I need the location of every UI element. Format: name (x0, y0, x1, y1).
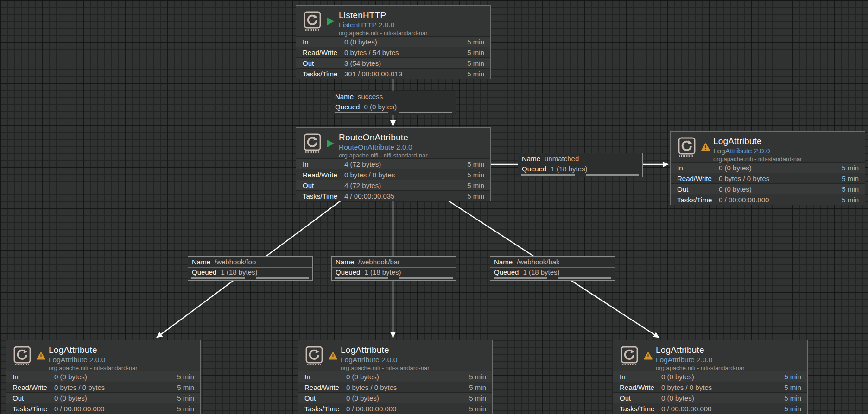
connection-webhook-foo[interactable]: Name /webhook/foo Queued 1 (18 bytes) (188, 256, 313, 281)
stat-value: 3 (54 bytes) (344, 59, 467, 67)
stat-row-in: In 0 (0 bytes) 5 min (671, 163, 865, 173)
stat-time-window: 5 min (467, 192, 490, 200)
processor-bundle: org.apache.nifi - nifi-standard-nar (713, 155, 802, 163)
stat-value: 0 (0 bytes) (719, 164, 842, 172)
connection-queued-value: 1 (18 bytes) (523, 268, 559, 276)
stat-value: 301 / 00:00:00.013 (344, 70, 467, 78)
connection-success[interactable]: Name success Queued 0 (0 bytes) (331, 91, 456, 115)
stat-label: Read/Write (298, 383, 346, 391)
processor-route-on-attribute[interactable]: RouteOnAttribute RouteOnAttribute 2.0.0 … (296, 127, 491, 201)
stat-row-read-write: Read/Write 0 bytes / 0 bytes 5 min (6, 382, 200, 392)
stat-time-window: 5 min (469, 383, 492, 391)
stat-label: In (613, 373, 661, 381)
stat-time-window: 5 min (784, 394, 807, 402)
stat-label: In (671, 164, 719, 172)
stat-label: Read/Write (6, 383, 54, 391)
queue-size-indicator (399, 112, 452, 113)
stat-row-in: In 0 (0 bytes) 5 min (296, 37, 490, 47)
connection-queued-key: Queued (336, 268, 360, 276)
connection-name-key: Name (336, 258, 354, 266)
processor-bundle: org.apache.nifi - nifi-standard-nar (341, 364, 430, 372)
connection-unmatched[interactable]: Name unmatched Queued 1 (18 bytes) (518, 153, 643, 177)
queue-size-indicator (558, 277, 611, 279)
processor-header: ListenHTTP ListenHTTP 2.0.0 org.apache.n… (296, 6, 490, 36)
connection-name-key: Name (335, 93, 354, 100)
stat-time-window: 5 min (467, 49, 490, 56)
stat-label: Tasks/Time (613, 405, 661, 413)
processor-bundle: org.apache.nifi - nifi-standard-nar (339, 151, 428, 159)
processor-log-attribute-right[interactable]: LogAttribute LogAttribute 2.0.0 org.apac… (670, 131, 865, 205)
connection-name-value: success (358, 93, 383, 100)
processor-log-attribute-bottom-left[interactable]: LogAttribute LogAttribute 2.0.0 org.apac… (6, 340, 201, 414)
stat-row-in: In 0 (0 bytes) 5 min (613, 371, 807, 382)
processor-listen-http[interactable]: ListenHTTP ListenHTTP 2.0.0 org.apache.n… (296, 5, 491, 79)
stat-row-out: Out 4 (72 bytes) 5 min (296, 180, 490, 190)
processor-log-attribute-bottom-right[interactable]: LogAttribute LogAttribute 2.0.0 org.apac… (613, 340, 808, 414)
stat-label: Tasks/Time (671, 196, 719, 204)
connection-name-row: Name /webhook/bak (490, 257, 615, 267)
connection-queued-row: Queued 1 (18 bytes) (490, 267, 615, 280)
processor-stats: In 0 (0 bytes) 5 min Read/Write 0 bytes … (671, 162, 865, 205)
processor-stats: In 0 (0 bytes) 5 min Read/Write 0 bytes … (6, 371, 200, 414)
processor-name: ListenHTTP (339, 10, 428, 20)
processor-stamp-icon (302, 10, 323, 32)
processor-name: LogAttribute (713, 136, 802, 146)
stat-row-out: Out 0 (0 bytes) 5 min (298, 392, 492, 403)
warning-status-icon (37, 352, 45, 360)
stat-value: 4 (72 bytes) (344, 182, 467, 189)
stat-time-window: 5 min (467, 38, 490, 46)
connection-name-value: /webhook/bar (358, 258, 400, 266)
stat-time-window: 5 min (467, 171, 490, 179)
processor-bundle: org.apache.nifi - nifi-standard-nar (49, 364, 138, 372)
stat-value: 0 (0 bytes) (346, 373, 469, 381)
stat-label: Out (296, 182, 344, 189)
processor-header: RouteOnAttribute RouteOnAttribute 2.0.0 … (296, 128, 490, 158)
queue-count-indicator (335, 112, 388, 113)
processor-header: LogAttribute LogAttribute 2.0.0 org.apac… (6, 340, 200, 371)
processor-header: LogAttribute LogAttribute 2.0.0 org.apac… (298, 340, 492, 371)
stat-row-tasks-time: Tasks/Time 0 / 00:00:00.000 5 min (613, 403, 807, 414)
processor-stamp-icon (619, 345, 640, 367)
stat-time-window: 5 min (784, 405, 807, 413)
stat-row-tasks-time: Tasks/Time 4 / 00:00:00.035 5 min (296, 190, 490, 201)
queue-size-indicator (586, 174, 639, 176)
stat-row-tasks-time: Tasks/Time 0 / 00:00:00.000 5 min (671, 194, 865, 205)
stat-value: 0 / 00:00:00.000 (661, 405, 784, 413)
stat-time-window: 5 min (467, 182, 490, 189)
connection-webhook-bar[interactable]: Name /webhook/bar Queued 1 (18 bytes) (331, 256, 456, 281)
stat-label: Out (671, 185, 719, 193)
stat-row-in: In 0 (0 bytes) 5 min (6, 371, 200, 382)
queue-count-indicator (335, 277, 388, 279)
processor-stamp-icon (676, 136, 697, 158)
processor-name: RouteOnAttribute (339, 132, 428, 143)
stat-row-read-write: Read/Write 0 bytes / 0 bytes 5 min (298, 382, 492, 392)
connection-webhook-bak[interactable]: Name /webhook/bak Queued 1 (18 bytes) (490, 256, 615, 281)
stat-row-tasks-time: Tasks/Time 0 / 00:00:00.000 5 min (298, 403, 492, 414)
stat-value: 4 / 00:00:00.035 (344, 192, 467, 200)
queue-count-indicator (521, 174, 575, 176)
processor-name: LogAttribute (341, 345, 430, 355)
stat-value: 0 bytes / 0 bytes (661, 383, 784, 391)
connection-queued-row: Queued 0 (0 bytes) (331, 102, 456, 115)
processor-header: LogAttribute LogAttribute 2.0.0 org.apac… (613, 340, 807, 371)
processor-stats: In 4 (72 bytes) 5 min Read/Write 0 bytes… (296, 158, 490, 201)
processor-name: LogAttribute (49, 345, 138, 355)
stat-label: In (298, 373, 346, 381)
stat-label: Out (298, 394, 346, 402)
processor-log-attribute-bottom-center[interactable]: LogAttribute LogAttribute 2.0.0 org.apac… (298, 340, 493, 414)
warning-status-icon (329, 352, 337, 360)
stat-time-window: 5 min (177, 394, 200, 402)
stat-time-window: 5 min (469, 394, 492, 402)
processor-version: ListenHTTP 2.0.0 (339, 20, 428, 29)
connection-queued-row: Queued 1 (18 bytes) (188, 267, 312, 280)
queue-count-indicator (494, 277, 547, 279)
connection-name-value: unmatched (545, 155, 579, 163)
processor-stamp-icon (304, 345, 325, 367)
stat-label: In (6, 373, 54, 381)
stat-value: 0 (0 bytes) (661, 394, 784, 402)
connection-name-row: Name /webhook/foo (188, 257, 312, 267)
connection-queued-value: 1 (18 bytes) (364, 268, 401, 276)
stat-row-out: Out 3 (54 bytes) 5 min (296, 57, 490, 68)
connection-queued-value: 0 (0 bytes) (364, 103, 397, 111)
processor-stamp-icon (302, 132, 323, 155)
